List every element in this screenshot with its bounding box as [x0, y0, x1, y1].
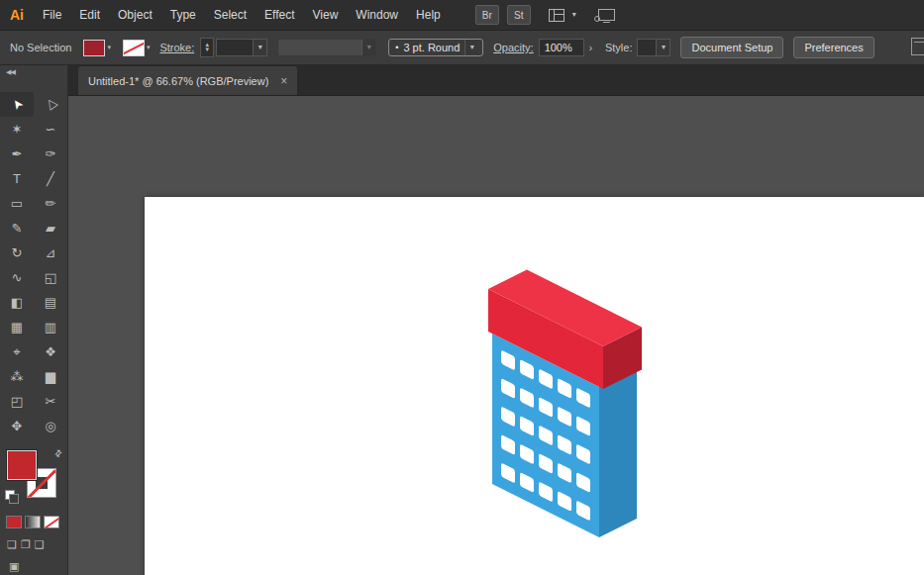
- tool-artboard[interactable]: ◰: [0, 389, 34, 414]
- stroke-weight-field[interactable]: [216, 39, 267, 56]
- tool-blend[interactable]: ❖: [34, 339, 67, 364]
- app-logo: Ai: [0, 7, 34, 23]
- arrange-documents-icon[interactable]: [911, 38, 924, 55]
- tool-width[interactable]: ∿: [0, 265, 34, 290]
- menu-window[interactable]: Window: [347, 0, 407, 30]
- variable-width-value: 3 pt. Round: [398, 42, 464, 53]
- fill-indicator[interactable]: [7, 450, 37, 480]
- variable-width-profile-dropdown[interactable]: • 3 pt. Round: [388, 39, 483, 56]
- curvature-icon: ✑: [46, 147, 56, 160]
- none-button[interactable]: [44, 516, 59, 528]
- tool-scale[interactable]: ⊿: [34, 240, 67, 265]
- menu-type[interactable]: Type: [161, 0, 205, 30]
- symbol-sprayer-icon: ⁂: [11, 370, 24, 383]
- workspace: ◀◀ ➤▷✶∽✒✑T╱▭✏✎▰↻⊿∿◱◧▤▦▥⌖❖⁂▆◰✂✥◎ ⇄ ❏ ❐ ❑: [0, 65, 924, 575]
- document-tab[interactable]: Untitled-1* @ 66.67% (RGB/Preview) ×: [77, 65, 298, 95]
- default-fill-stroke-icon[interactable]: [5, 490, 19, 504]
- tool-type[interactable]: T: [0, 166, 34, 191]
- tool-shape-builder[interactable]: ◧: [0, 290, 34, 315]
- bridge-button[interactable]: Br: [475, 5, 499, 25]
- tool-hand[interactable]: ✥: [0, 414, 34, 438]
- tool-pen[interactable]: ✒: [0, 142, 34, 166]
- style-dropdown[interactable]: [637, 39, 670, 56]
- chevron-down-icon[interactable]: [572, 11, 576, 19]
- stock-button[interactable]: St: [507, 5, 531, 25]
- gradient-icon: ▥: [45, 321, 56, 334]
- stroke-weight-chevron-down-icon[interactable]: [253, 40, 266, 55]
- tool-slice[interactable]: ✂: [34, 389, 67, 414]
- tool-selection[interactable]: ➤: [0, 92, 34, 117]
- fill-chevron-down-icon[interactable]: [107, 44, 111, 51]
- tool-gradient[interactable]: ▥: [34, 315, 67, 339]
- paintbrush-icon: ✏: [46, 197, 56, 210]
- tool-magic-wand[interactable]: ✶: [0, 117, 34, 142]
- eraser-icon: ▰: [46, 222, 55, 235]
- swap-fill-stroke-icon[interactable]: ⇄: [52, 447, 64, 459]
- draw-behind-icon[interactable]: ❐: [21, 538, 31, 551]
- tool-line-segment[interactable]: ╱: [34, 166, 67, 191]
- opacity-label[interactable]: Opacity:: [493, 42, 533, 53]
- stroke-weight-stepper[interactable]: ▲▼: [200, 38, 214, 57]
- document-setup-button[interactable]: Document Setup: [680, 37, 783, 58]
- tool-zoom[interactable]: ◎: [34, 414, 67, 438]
- tool-rectangle[interactable]: ▭: [0, 191, 34, 216]
- tool-eyedropper[interactable]: ⌖: [0, 339, 34, 364]
- tool-free-transform[interactable]: ◱: [34, 265, 67, 290]
- collapse-panel-icon[interactable]: ◀◀: [0, 65, 67, 82]
- illustrator-window: Ai FileEditObjectTypeSelectEffectViewWin…: [0, 0, 924, 575]
- tool-mesh[interactable]: ▦: [0, 315, 34, 339]
- style-chevron-down-icon[interactable]: [656, 40, 669, 55]
- paint-style-row: [6, 516, 67, 528]
- tool-direct-selection[interactable]: ▷: [34, 92, 67, 117]
- menubar-right: Br St: [475, 5, 615, 25]
- draw-normal-icon[interactable]: ❏: [7, 538, 17, 551]
- stroke-chevron-down-icon[interactable]: [147, 44, 151, 51]
- document-area: Untitled-1* @ 66.67% (RGB/Preview) ×: [68, 65, 924, 575]
- opacity-field[interactable]: 100%: [539, 39, 584, 56]
- width-profile-dot-icon: •: [389, 43, 398, 52]
- color-button[interactable]: [6, 516, 22, 528]
- canvas[interactable]: [68, 96, 924, 575]
- opacity-value: 100%: [540, 42, 577, 53]
- screen-mode-icon[interactable]: ▣: [9, 560, 67, 573]
- fill-color-swatch[interactable]: [83, 40, 105, 56]
- menu-file[interactable]: File: [34, 0, 70, 30]
- tool-column-graph[interactable]: ▆: [34, 364, 67, 389]
- tool-rotate[interactable]: ↻: [0, 240, 34, 265]
- direct-selection-icon: ▷: [43, 97, 58, 113]
- artboard[interactable]: [145, 197, 924, 575]
- gradient-button[interactable]: [25, 516, 41, 528]
- tool-eraser[interactable]: ▰: [34, 216, 67, 240]
- stroke-color-swatch[interactable]: [123, 40, 145, 56]
- tool-paintbrush[interactable]: ✏: [34, 191, 67, 216]
- magic-wand-icon: ✶: [12, 123, 23, 136]
- menu-select[interactable]: Select: [205, 0, 256, 30]
- screen-share-icon[interactable]: [598, 9, 615, 21]
- document-tab-title: Untitled-1* @ 66.67% (RGB/Preview): [88, 75, 268, 87]
- menu-edit[interactable]: Edit: [70, 0, 109, 30]
- tool-lasso[interactable]: ∽: [34, 117, 67, 142]
- stroke-label[interactable]: Stroke:: [159, 42, 194, 53]
- column-graph-icon: ▆: [46, 370, 55, 383]
- preferences-button[interactable]: Preferences: [793, 37, 873, 58]
- shape-builder-icon: ◧: [11, 296, 23, 309]
- menu-object[interactable]: Object: [109, 0, 161, 30]
- tool-grid: ➤▷✶∽✒✑T╱▭✏✎▰↻⊿∿◱◧▤▦▥⌖❖⁂▆◰✂✥◎: [0, 82, 67, 438]
- menu-effect[interactable]: Effect: [256, 0, 303, 30]
- draw-inside-icon[interactable]: ❑: [35, 538, 45, 551]
- close-tab-icon[interactable]: ×: [280, 74, 287, 88]
- menu-view[interactable]: View: [304, 0, 348, 30]
- slice-icon: ✂: [46, 395, 56, 408]
- workspace-switcher-icon[interactable]: [549, 9, 565, 22]
- tool-shaper[interactable]: ✎: [0, 216, 34, 240]
- control-bar: No Selection Stroke: ▲▼ • 3 pt. Round Op…: [0, 31, 924, 65]
- width-profile-chevron-down-icon[interactable]: [464, 40, 478, 55]
- tool-curvature[interactable]: ✑: [34, 142, 67, 166]
- opacity-flyout-icon[interactable]: ›: [586, 43, 595, 53]
- menu-help[interactable]: Help: [407, 0, 450, 30]
- blend-icon: ❖: [45, 345, 56, 358]
- perspective-grid-icon: ▤: [45, 296, 56, 309]
- tool-symbol-sprayer[interactable]: ⁂: [0, 364, 34, 389]
- tool-perspective-grid[interactable]: ▤: [34, 290, 67, 315]
- document-tabstrip: Untitled-1* @ 66.67% (RGB/Preview) ×: [68, 65, 924, 96]
